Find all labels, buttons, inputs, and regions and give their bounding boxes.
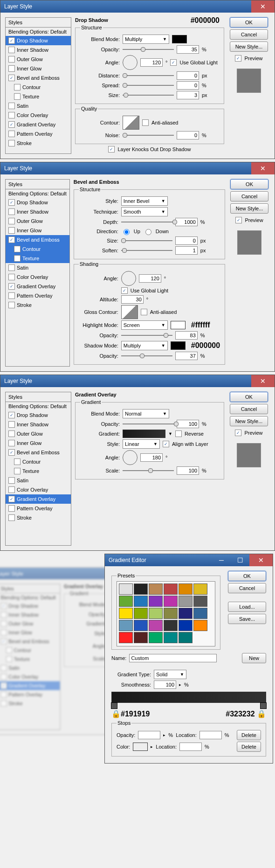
preset-swatch[interactable] (164, 583, 178, 595)
style-item[interactable]: Texture (6, 92, 71, 101)
checkbox[interactable] (8, 140, 15, 146)
checkbox[interactable]: ✓ (0, 682, 7, 688)
close-icon[interactable]: ✕ (251, 0, 275, 13)
style-item[interactable]: Outer Glow (6, 55, 71, 64)
contour-picker[interactable] (121, 305, 138, 319)
number-input[interactable] (179, 743, 202, 751)
close-icon[interactable]: ✕ (251, 375, 275, 387)
number-input[interactable]: 30 (121, 295, 144, 304)
preset-swatch[interactable] (119, 608, 133, 619)
angle-dial[interactable] (121, 271, 136, 286)
number-input[interactable]: 3 (177, 91, 199, 99)
checkbox[interactable]: ✓ (8, 75, 15, 81)
select[interactable]: Inner Bevel▼ (121, 196, 168, 206)
checkbox[interactable]: ✓ (8, 37, 15, 44)
checkbox[interactable] (8, 440, 15, 446)
style-item[interactable]: ✓Drop Shadow (6, 198, 69, 207)
preset-swatch[interactable] (164, 620, 178, 631)
checkbox[interactable]: ✓ (8, 283, 15, 290)
checkbox[interactable] (8, 292, 15, 299)
style-item[interactable]: Color Overlay (6, 485, 71, 494)
checkbox[interactable] (14, 246, 21, 252)
radio-up[interactable] (124, 229, 130, 235)
preset-swatch[interactable] (193, 620, 207, 631)
slider[interactable] (121, 240, 172, 241)
checkbox[interactable]: ✓ (8, 121, 15, 128)
slider[interactable] (123, 95, 174, 96)
number-input[interactable]: 1000 (175, 218, 198, 226)
delete-button[interactable]: Delete (237, 730, 261, 740)
new-button[interactable]: New (242, 653, 266, 663)
preset-swatch[interactable] (193, 596, 207, 607)
style-item[interactable]: Contour (0, 646, 60, 655)
checkbox[interactable]: ✓ (8, 236, 15, 243)
style-item[interactable]: ✓Gradient Overlay (6, 282, 69, 291)
blending-options[interactable]: Blending Options: Default (6, 189, 69, 198)
number-input[interactable]: 1 (175, 246, 198, 255)
new-style-button[interactable]: New Style... (230, 42, 268, 52)
style-item[interactable]: Stroke (0, 699, 60, 708)
checkbox[interactable] (0, 629, 7, 635)
presets[interactable] (117, 581, 215, 646)
slider[interactable] (121, 335, 172, 336)
preset-swatch[interactable] (193, 583, 207, 595)
checkbox[interactable]: ✓ (0, 603, 7, 609)
checkbox[interactable] (8, 112, 15, 118)
checkbox[interactable] (14, 458, 21, 465)
style-item[interactable]: Pattern Overlay (6, 291, 69, 300)
blending-options[interactable]: Blending Options: Default (0, 594, 60, 602)
preset-swatch[interactable] (134, 620, 148, 631)
checkbox[interactable] (0, 611, 7, 618)
checkbox[interactable] (8, 486, 15, 493)
checkbox[interactable] (0, 700, 7, 706)
number-input[interactable]: 100 (177, 420, 199, 428)
cancel-button[interactable]: Cancel (228, 583, 266, 593)
style-item[interactable]: Inner Shadow (6, 45, 71, 55)
preset-swatch[interactable] (149, 596, 163, 607)
style-item[interactable]: Color Overlay (6, 111, 71, 120)
number-input[interactable]: 0 (177, 71, 199, 80)
style-item[interactable]: ✓Drop Shadow (0, 602, 60, 611)
slider[interactable] (123, 424, 174, 424)
checkbox[interactable] (8, 131, 15, 137)
preset-swatch[interactable] (134, 583, 148, 595)
style-item[interactable]: ✓Drop Shadow (6, 36, 71, 45)
checkbox[interactable] (6, 656, 12, 662)
style-item[interactable]: Pattern Overlay (0, 690, 60, 699)
checkbox[interactable] (8, 227, 15, 234)
preset-swatch[interactable] (149, 632, 163, 643)
number-input[interactable]: 37 (175, 352, 198, 360)
preset-swatch[interactable] (134, 596, 148, 607)
save-button[interactable]: Save... (228, 614, 266, 624)
checkbox[interactable] (0, 665, 7, 671)
ok-button[interactable]: OK (230, 392, 268, 402)
ok-button[interactable]: OK (230, 17, 268, 28)
style-item[interactable]: Satin (6, 263, 69, 272)
style-item[interactable]: Satin (6, 476, 71, 485)
checkbox[interactable] (8, 103, 15, 109)
style-item[interactable]: Contour (6, 83, 71, 92)
maximize-icon[interactable]: ☐ (231, 554, 249, 566)
checkbox[interactable]: ✓ (8, 449, 15, 456)
preset-swatch[interactable] (164, 596, 178, 607)
style-item[interactable]: Outer Glow (6, 429, 71, 438)
preset-swatch[interactable] (134, 632, 148, 643)
number-input[interactable]: 180 (140, 453, 163, 462)
color-swatch[interactable] (172, 35, 187, 43)
number-input[interactable]: 0 (177, 131, 199, 139)
style-item[interactable]: Pattern Overlay (6, 504, 71, 513)
checkbox[interactable]: ✓ (108, 146, 115, 153)
contour-picker[interactable] (123, 116, 139, 130)
style-item[interactable]: Texture (6, 254, 69, 263)
style-item[interactable]: Inner Glow (6, 64, 71, 73)
preset-swatch[interactable] (134, 608, 148, 619)
shadow-swatch[interactable] (171, 341, 186, 350)
style-item[interactable]: Inner Glow (6, 226, 69, 235)
number-input[interactable] (199, 731, 222, 739)
style-item[interactable]: Stroke (6, 139, 71, 148)
style-item[interactable]: ✓Gradient Overlay (0, 681, 60, 690)
new-style-button[interactable]: New Style... (230, 203, 268, 214)
checkbox[interactable] (8, 302, 15, 308)
gradient-bar[interactable] (111, 692, 266, 703)
select[interactable]: Multiply▼ (123, 35, 169, 44)
